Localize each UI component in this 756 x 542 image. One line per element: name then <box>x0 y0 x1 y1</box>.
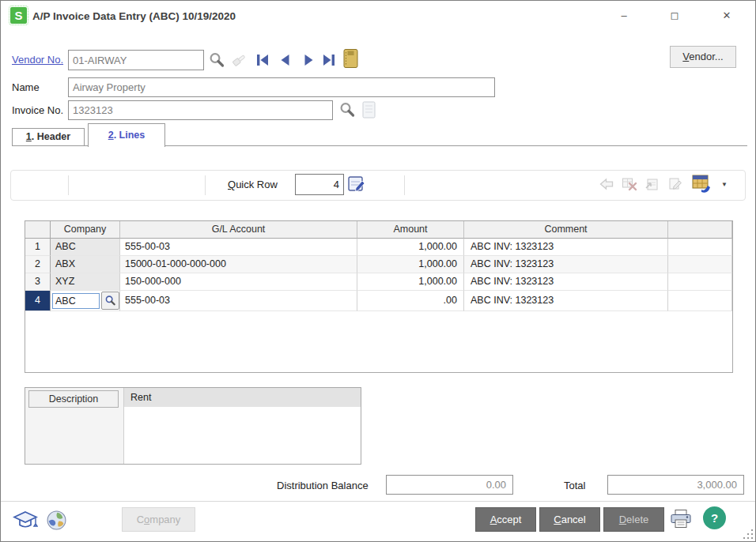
cancel-button[interactable]: Cancel <box>539 507 600 532</box>
table-row: 3 XYZ 150-000-000 1,000.00 ABC INV: 1323… <box>25 273 732 291</box>
description-header: Description <box>28 390 119 408</box>
company-cell[interactable]: XYZ <box>51 273 120 291</box>
dropdown-caret-icon[interactable]: ▼ <box>721 181 728 188</box>
row-number-cell[interactable]: 2 <box>25 256 51 273</box>
row-number-cell[interactable]: 1 <box>25 239 51 256</box>
distribution-balance-label: Distribution Balance <box>277 480 369 491</box>
last-record-icon[interactable] <box>320 51 338 69</box>
vendor-no-input[interactable]: 01-AIRWAY <box>68 50 204 70</box>
ap-invoice-data-entry-window: S A/P Invoice Data Entry (ABC) 10/19/202… <box>0 0 756 542</box>
first-record-icon[interactable] <box>254 51 271 69</box>
tab-lines[interactable]: 2. Lines <box>88 123 165 147</box>
invoice-lookup-icon[interactable] <box>338 101 356 119</box>
quick-row-go-icon[interactable] <box>347 175 366 194</box>
resize-grip[interactable] <box>743 529 753 539</box>
grid-header-company: Company <box>51 221 120 239</box>
notepad-icon <box>361 100 376 119</box>
amount-cell[interactable]: 1,000.00 <box>357 273 464 291</box>
next-record-icon[interactable] <box>300 51 317 69</box>
grid-header-rownum <box>25 221 51 239</box>
name-input[interactable]: Airway Property <box>68 77 495 97</box>
company-edit-input[interactable] <box>52 293 100 309</box>
quick-row-input[interactable]: 4 <box>295 174 344 195</box>
tab-header[interactable]: 1. Header <box>12 128 85 146</box>
row-number-cell[interactable]: 4 <box>25 291 51 311</box>
gl-account-cell[interactable]: 150-000-000 <box>120 273 357 291</box>
grid-header-filler <box>668 221 732 239</box>
help-icon[interactable]: ? <box>703 506 726 529</box>
printer-icon[interactable] <box>669 509 693 529</box>
edit-row-icon <box>665 174 686 194</box>
delete-row-icon <box>619 174 640 194</box>
globe-icon[interactable] <box>46 510 67 531</box>
invoice-no-label: Invoice No. <box>12 104 63 116</box>
window-title: A/P Invoice Data Entry (ABC) 10/19/2020 <box>32 10 236 22</box>
insert-row-icon <box>642 174 663 194</box>
amount-cell[interactable]: 1,000.00 <box>357 256 464 273</box>
total-field: 3,000.00 <box>607 475 744 495</box>
flashlight-icon <box>231 51 248 69</box>
accept-button[interactable]: Accept <box>475 507 536 532</box>
reset-row-icon <box>596 174 617 194</box>
vendor-lookup-icon[interactable] <box>208 51 225 69</box>
previous-record-icon[interactable] <box>277 51 294 69</box>
name-label: Name <box>12 81 40 93</box>
table-row-selected: 4 555-00-03 .00 ABC INV: 1323123 <box>25 291 732 311</box>
company-lookup-icon[interactable] <box>101 292 119 310</box>
grid-header-comment: Comment <box>464 221 668 239</box>
footer-divider <box>1 501 755 502</box>
amount-cell[interactable]: 1,000.00 <box>357 239 464 256</box>
toolbar-separator <box>404 175 405 195</box>
company-cell[interactable]: ABX <box>51 256 120 273</box>
delete-button[interactable]: Delete <box>603 507 664 532</box>
gl-account-cell[interactable]: 15000-01-000-000-000 <box>120 256 357 273</box>
row-number-cell[interactable]: 3 <box>25 273 51 291</box>
company-cell[interactable]: ABC <box>51 239 120 256</box>
comment-cell[interactable]: ABC INV: 1323123 <box>464 239 668 256</box>
grid-header-gl-account: G/L Account <box>120 221 357 239</box>
comment-cell[interactable]: ABC INV: 1323123 <box>464 273 668 291</box>
grid-header-row: Company G/L Account Amount Comment <box>25 221 732 239</box>
company-button: Company <box>122 507 195 532</box>
maximize-icon[interactable]: ◻ <box>659 6 690 26</box>
table-row: 1 ABC 555-00-03 1,000.00 ABC INV: 132312… <box>25 239 732 256</box>
vendor-button[interactable]: Vendor... <box>670 46 736 68</box>
lines-grid: Company G/L Account Amount Comment 1 ABC… <box>25 220 733 373</box>
amount-cell[interactable]: .00 <box>357 291 464 311</box>
gl-account-cell[interactable]: 555-00-03 <box>120 291 357 311</box>
toolbar-separator <box>205 175 206 195</box>
description-panel: Description Rent <box>25 387 361 465</box>
quick-row-label: Quick Row <box>228 179 278 190</box>
comment-cell[interactable]: ABC INV: 1323123 <box>464 291 668 311</box>
close-icon[interactable]: ✕ <box>711 6 743 26</box>
minimize-icon[interactable]: – <box>608 6 640 26</box>
distribution-balance-field: 0.00 <box>386 475 513 495</box>
table-row: 2 ABX 15000-01-000-000-000 1,000.00 ABC … <box>25 256 732 273</box>
graduation-cap-icon[interactable] <box>13 510 38 532</box>
sage-logo: S <box>10 7 27 24</box>
total-label: Total <box>564 480 585 491</box>
description-value: Rent <box>124 388 361 407</box>
toolbar-separator <box>68 175 69 195</box>
customize-grid-icon[interactable] <box>690 172 713 194</box>
invoice-no-input[interactable]: 1323123 <box>68 100 333 120</box>
grid-header-amount: Amount <box>357 221 464 239</box>
company-cell-editing <box>51 291 120 311</box>
gl-account-cell[interactable]: 555-00-03 <box>120 239 357 256</box>
memo-icon[interactable] <box>342 48 359 69</box>
vendor-no-link[interactable]: Vendor No. <box>12 54 63 66</box>
comment-cell[interactable]: ABC INV: 1323123 <box>464 256 668 273</box>
